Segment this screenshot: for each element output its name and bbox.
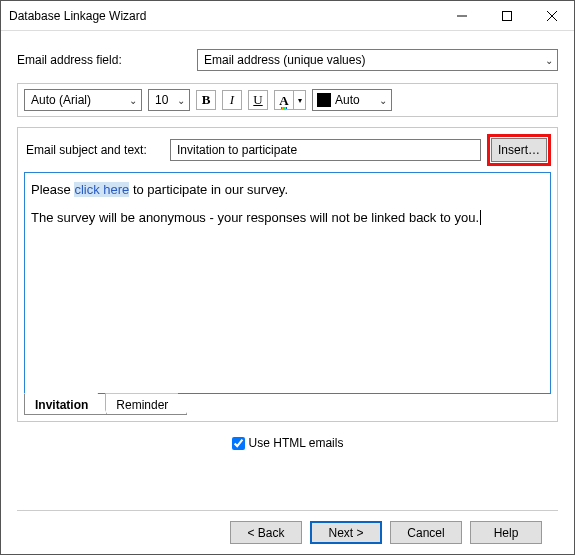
email-field-row: Email address field: Email address (uniq…: [17, 49, 558, 71]
svg-rect-1: [502, 11, 511, 20]
font-picker[interactable]: Auto (Arial) ⌄: [24, 89, 142, 111]
fill-color-picker[interactable]: Auto ⌄: [312, 89, 392, 111]
format-toolbar: Auto (Arial) ⌄ 10 ⌄ B I U A ▾ Auto ⌄: [17, 83, 558, 117]
email-field-label: Email address field:: [17, 53, 197, 67]
content: Email address field: Email address (uniq…: [1, 31, 574, 554]
insert-button[interactable]: Insert…: [491, 138, 547, 162]
subject-value: Invitation to participate: [177, 143, 297, 157]
minimize-icon: [457, 11, 467, 21]
email-field-select[interactable]: Email address (unique values) ⌄: [197, 49, 558, 71]
fill-swatch-icon: [317, 93, 331, 107]
subject-row: Email subject and text: Invitation to pa…: [24, 134, 551, 166]
body-line-2: The survey will be anonymous - your resp…: [31, 209, 544, 227]
text-color-icon: A: [274, 90, 294, 110]
bold-button[interactable]: B: [196, 90, 216, 110]
close-icon: [547, 11, 557, 21]
font-value: Auto (Arial): [31, 93, 91, 107]
cancel-button[interactable]: Cancel: [390, 521, 462, 544]
maximize-button[interactable]: [484, 1, 529, 31]
html-emails-checkbox[interactable]: [232, 437, 245, 450]
button-bar: < Back Next > Cancel Help: [17, 521, 558, 544]
divider: [17, 510, 558, 511]
text-cursor-icon: ​: [480, 210, 481, 225]
tab-invitation[interactable]: Invitation: [24, 393, 107, 415]
subject-label: Email subject and text:: [24, 143, 164, 157]
chevron-down-icon: ⌄: [545, 55, 553, 66]
subject-input[interactable]: Invitation to participate: [170, 139, 481, 161]
tab-reminder[interactable]: Reminder: [105, 393, 187, 415]
chevron-down-icon: ⌄: [379, 95, 387, 106]
font-size-picker[interactable]: 10 ⌄: [148, 89, 190, 111]
chevron-down-icon: ⌄: [177, 95, 185, 106]
window-title: Database Linkage Wizard: [9, 9, 439, 23]
body-line-1: Please click here to participate in our …: [31, 181, 544, 199]
font-size-value: 10: [155, 93, 168, 107]
email-field-value: Email address (unique values): [204, 53, 365, 67]
chevron-down-icon: ▾: [294, 90, 306, 110]
close-button[interactable]: [529, 1, 574, 31]
email-body-editor[interactable]: Please click here to participate in our …: [24, 172, 551, 394]
maximize-icon: [502, 11, 512, 21]
text-color-picker[interactable]: A ▾: [274, 90, 306, 110]
insert-highlight: Insert…: [487, 134, 551, 166]
italic-button[interactable]: I: [222, 90, 242, 110]
tabs: Invitation Reminder: [24, 393, 551, 415]
fill-value: Auto: [335, 93, 360, 107]
editor-group: Email subject and text: Invitation to pa…: [17, 127, 558, 422]
html-emails-row: Use HTML emails: [17, 436, 558, 450]
minimize-button[interactable]: [439, 1, 484, 31]
chevron-down-icon: ⌄: [129, 95, 137, 106]
underline-button[interactable]: U: [248, 90, 268, 110]
html-emails-label[interactable]: Use HTML emails: [232, 436, 344, 450]
help-button[interactable]: Help: [470, 521, 542, 544]
back-button[interactable]: < Back: [230, 521, 302, 544]
click-here-link[interactable]: click here: [74, 182, 129, 197]
next-button[interactable]: Next >: [310, 521, 382, 544]
titlebar: Database Linkage Wizard: [1, 1, 574, 31]
